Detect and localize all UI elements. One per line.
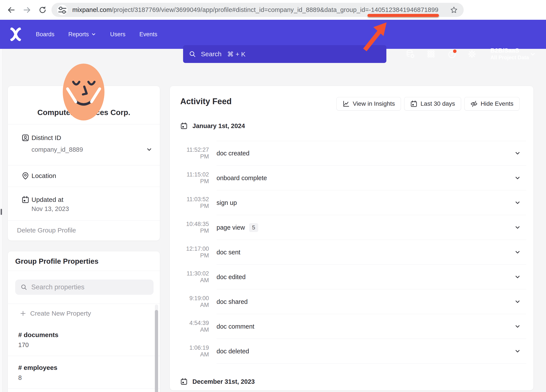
chevron-down-icon[interactable] [514,199,521,206]
event-name: doc shared [216,298,248,305]
url-path: /project/3187769/view/3699049/app/profil… [112,6,369,13]
nav-item-label: Boards [36,31,54,38]
calendar-icon [180,378,188,385]
properties-search[interactable] [15,280,154,295]
mixpanel-logo-icon[interactable] [10,28,21,41]
chevron-down-icon[interactable] [514,348,521,354]
calendar-icon [410,100,417,107]
feed-date-label: December 31st, 2023 [192,378,255,385]
chevron-down-icon[interactable] [514,224,521,231]
search-icon [189,50,196,58]
create-new-property-button[interactable]: Create New Property [8,304,160,323]
event-row[interactable]: 10:48:35 PM page view 5 [180,215,526,240]
feed-groups: January 1st, 2024 11:52:27 PM doc create… [170,118,533,389]
field-value: company_id_8889 [32,146,83,153]
properties-list: Create New Property # documents 170 # em… [8,304,160,389]
chevron-down-icon[interactable] [529,51,536,58]
field-label: Location [32,172,56,180]
left-gutter [0,49,2,392]
property-name: # employees [18,364,160,372]
help-icon[interactable]: ? [448,49,457,59]
chevron-down-icon [91,32,96,37]
calendar-icon [21,196,29,204]
property-item[interactable]: # employees 8 [8,356,160,389]
scrollbar-thumb[interactable] [155,310,158,392]
browser-reload-icon[interactable] [38,6,47,14]
property-value: 8 [18,374,160,382]
url-bar[interactable]: mixpanel.com/project/3187769/view/369904… [52,3,464,17]
nav-menu: Boards Reports Users Events [36,20,157,49]
create-new-property-label: Create New Property [30,310,91,317]
event-time: 9:19:00 AM [180,295,209,308]
apps-grid-icon[interactable] [426,49,436,59]
id-badge-icon [21,134,29,142]
event-row[interactable]: 1:06:19 AM doc deleted [180,339,526,364]
group-profile-properties-card: Group Profile Properties Create New Prop… [8,251,160,392]
view-in-insights-button[interactable]: View in Insights [336,97,401,110]
nav-item-reports[interactable]: Reports [68,31,97,38]
url-highlighted-id: -1405123841946871899 [369,6,438,13]
last-30-days-button[interactable]: Last 30 days [404,97,461,110]
calendar-icon [180,122,188,129]
url-text: mixpanel.com/project/3187769/view/369904… [72,6,447,13]
event-row[interactable]: 12:17:00 PM doc sent [180,240,526,265]
chevron-down-icon[interactable] [514,298,521,305]
site-controls-icon[interactable] [57,5,68,15]
event-time: 10:48:35 PM [180,221,209,234]
nav-item-boards[interactable]: Boards [36,31,54,38]
feed-date-header: December 31st, 2023 [170,374,533,389]
project-switcher[interactable]: B2B/SaaS All Project Data [490,47,529,61]
top-nav: Boards Reports Users Events Search ⌘ + K… [0,20,546,49]
event-list: 11:52:27 PM doc created 11:15:02 PM onbo… [180,141,526,364]
url-domain: mixpanel.com [72,6,112,13]
event-name: doc edited [216,274,246,281]
button-label: Last 30 days [421,100,455,107]
event-row[interactable]: 4:54:39 AM doc comment [180,314,526,339]
nav-item-events[interactable]: Events [139,31,157,38]
browser-window: mixpanel.com/project/3187769/view/369904… [0,0,546,392]
project-scope: All Project Data [490,54,529,61]
event-row[interactable]: 11:03:52 PM sign up [180,190,526,215]
search-icon [20,284,27,291]
properties-title: Group Profile Properties [15,257,98,265]
chart-line-icon [343,100,350,107]
event-row[interactable]: 11:30:02 AM doc edited [180,265,526,289]
browser-back-icon[interactable] [7,6,16,14]
property-item[interactable]: # documents 170 [8,323,160,356]
global-search-input[interactable]: Search ⌘ + K [183,45,386,63]
event-name: doc sent [216,249,240,256]
location-pin-icon [21,172,29,180]
svg-text:?: ? [451,52,453,57]
event-time: 11:03:52 PM [180,196,209,209]
feed-group: January 1st, 2024 11:52:27 PM doc create… [170,118,533,364]
chevron-down-icon[interactable] [514,274,521,280]
data-management-icon[interactable] [406,49,415,59]
button-label: View in Insights [353,100,395,107]
plus-icon [20,310,26,317]
avatar [63,64,104,121]
feed-date-header: January 1st, 2024 [170,118,533,133]
eye-off-icon [470,100,478,107]
nav-item-users[interactable]: Users [110,31,125,38]
event-row[interactable]: 11:15:02 PM onboard complete [180,166,526,190]
chevron-down-icon[interactable] [514,150,521,156]
hide-events-button[interactable]: Hide Events [464,97,520,110]
browser-forward-icon[interactable] [23,6,31,14]
event-row[interactable]: 11:52:27 PM doc created [180,141,526,166]
button-label: Hide Events [481,100,514,107]
chevron-down-icon[interactable] [514,175,521,181]
project-name: B2B/SaaS [490,47,529,54]
properties-search-input[interactable] [31,283,144,291]
event-name: page view [216,224,245,231]
event-name: onboard complete [216,174,267,182]
event-row[interactable]: 9:19:00 AM doc shared [180,289,526,314]
event-name: doc deleted [216,348,249,355]
field-label: Distinct ID [32,134,61,141]
chevron-down-icon[interactable] [514,323,521,330]
bookmark-star-icon[interactable] [450,6,458,14]
settings-gear-icon[interactable] [467,49,477,59]
event-time: 11:15:02 PM [180,171,209,185]
chevron-down-icon[interactable] [514,249,521,256]
delete-group-profile-button[interactable]: Delete Group Profile [17,227,76,234]
chevron-down-icon[interactable] [146,146,152,153]
